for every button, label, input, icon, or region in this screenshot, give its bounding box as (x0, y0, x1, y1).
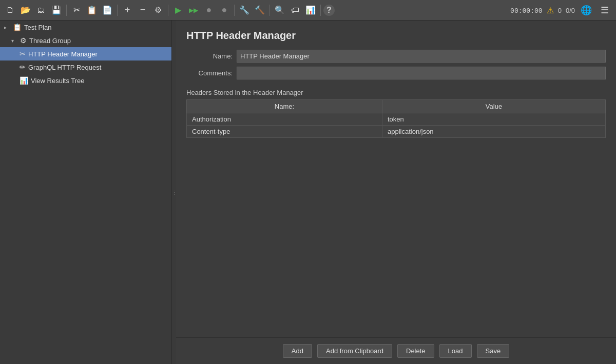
copy-button[interactable]: 📋 (85, 3, 99, 17)
save-footer-button[interactable]: Save (477, 344, 510, 358)
remote-button[interactable]: 🌐 (579, 3, 593, 17)
table-head: Name: Value (187, 100, 606, 113)
separator-6 (320, 5, 321, 16)
statusbar: 00:00:00 ⚠ 0 0/0 🌐 ☰ (510, 0, 616, 21)
timer: 00:00:00 (510, 7, 543, 14)
table-scroll-area: Name: Value AuthorizationtokenContent-ty… (186, 99, 606, 332)
cell-name: Authorization (187, 113, 382, 126)
sidebar-item-test-plan[interactable]: ▸ 📋 Test Plan (0, 21, 171, 34)
results-tree-label: View Results Tree (31, 77, 85, 85)
table-header-row: Name: Value (187, 100, 606, 113)
results-tree-icon: 📊 (20, 76, 28, 85)
cell-value: token (382, 113, 605, 126)
sidebar-item-thread-group[interactable]: ▾ ⚙ Thread Group (0, 34, 171, 47)
comments-label: Comments: (186, 69, 233, 77)
comments-input[interactable] (237, 67, 606, 79)
cell-name: Content-type (187, 126, 382, 138)
add-node-button[interactable]: + (120, 3, 134, 17)
templates-button[interactable]: 🔨 (253, 3, 267, 17)
cell-value: application/json (382, 126, 605, 138)
http-header-manager-label: HTTP Header Manager (28, 50, 98, 58)
toggle-test-plan: ▸ (4, 25, 10, 30)
add-from-clipboard-button[interactable]: Add from Clipboard (317, 344, 392, 358)
name-label: Name: (186, 52, 233, 60)
name-row: Name: (186, 50, 606, 63)
remove-node-button[interactable]: − (136, 3, 150, 17)
sidebar-item-http-header-manager[interactable]: ✂ HTTP Header Manager (0, 47, 171, 60)
separator-3 (168, 5, 168, 16)
separator-4 (234, 5, 235, 16)
search-button[interactable]: 🔍 (273, 3, 287, 17)
open-button[interactable]: 📂 (18, 3, 33, 17)
table-row[interactable]: Content-typeapplication/json (187, 126, 606, 138)
content-panel: HTTP Header Manager Name: Comments: Head… (176, 21, 616, 364)
save-button[interactable]: 💾 (49, 3, 64, 17)
close-button[interactable]: 🗂 (34, 3, 48, 17)
col-name-header: Name: (187, 100, 382, 113)
table-body: AuthorizationtokenContent-typeapplicatio… (187, 113, 606, 138)
test-plan-label: Test Plan (24, 24, 51, 31)
toolbar: 🗋 📂 🗂 💾 ✂ 📋 📄 + − ⚙ ▶ ▶▶ ● ● 🔧 🔨 🔍 🏷 📊 ?… (0, 0, 616, 21)
http-header-manager-icon: ✂ (20, 50, 26, 58)
table-row[interactable]: Authorizationtoken (187, 113, 606, 126)
log-button[interactable]: ☰ (598, 3, 612, 17)
sidebar-item-view-results-tree[interactable]: 📊 View Results Tree (0, 74, 171, 87)
table-section-title: Headers Stored in the Header Manager (186, 89, 606, 96)
comments-row: Comments: (186, 67, 606, 79)
delete-button[interactable]: Delete (397, 344, 434, 358)
stop-button[interactable]: ● (202, 3, 216, 17)
resize-handle[interactable]: ⋮ (172, 21, 176, 364)
separator-1 (66, 5, 67, 16)
thread-group-icon: ⚙ (20, 36, 27, 45)
toggle-thread-group: ▾ (11, 38, 17, 44)
settings-button[interactable]: ⚙ (151, 3, 165, 17)
paste-button[interactable]: 📄 (100, 3, 114, 17)
help-button[interactable]: ? (323, 5, 335, 16)
stop-now-button[interactable]: ● (217, 3, 232, 17)
separator-5 (270, 5, 270, 16)
clear-all-button[interactable]: 📊 (303, 3, 318, 17)
separator-2 (117, 5, 118, 16)
col-value-header: Value (382, 100, 605, 113)
graphql-label: GraphQL HTTP Request (28, 64, 101, 71)
cut-button[interactable]: ✂ (69, 3, 84, 17)
warning-icon: ⚠ (547, 6, 554, 15)
error-count: 0/0 (566, 7, 575, 14)
sidebar: ▸ 📋 Test Plan ▾ ⚙ Thread Group ✂ HTTP He… (0, 21, 172, 364)
headers-table: Name: Value AuthorizationtokenContent-ty… (186, 99, 606, 138)
page-title: HTTP Header Manager (186, 30, 606, 42)
test-plan-icon: 📋 (13, 23, 22, 31)
name-input[interactable] (237, 50, 606, 63)
new-button[interactable]: 🗋 (3, 3, 17, 17)
main-layout: ▸ 📋 Test Plan ▾ ⚙ Thread Group ✂ HTTP He… (0, 21, 616, 364)
footer-buttons: Add Add from Clipboard Delete Load Save (176, 337, 616, 364)
headers-table-section: Headers Stored in the Header Manager Nam… (186, 89, 606, 332)
sidebar-item-graphql-request[interactable]: ✏ GraphQL HTTP Request (0, 60, 171, 74)
validate-button[interactable]: 🔧 (237, 3, 252, 17)
clear-button[interactable]: 🏷 (288, 3, 302, 17)
run-nopause-button[interactable]: ▶▶ (186, 3, 201, 17)
warning-count: 0 (558, 7, 562, 14)
add-button[interactable]: Add (283, 344, 312, 358)
run-button[interactable]: ▶ (171, 3, 185, 17)
load-button[interactable]: Load (439, 344, 472, 358)
thread-group-label: Thread Group (29, 37, 71, 45)
graphql-icon: ✏ (20, 63, 26, 71)
